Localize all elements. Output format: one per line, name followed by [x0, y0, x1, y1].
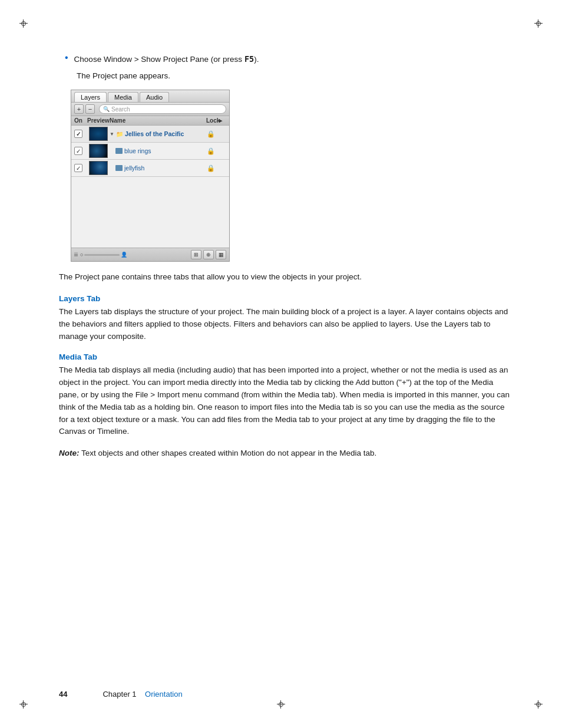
table-row[interactable]: ▼ 📁 Jellies of the Pacific 🔒: [71, 126, 229, 143]
preview-thumbnail-1: [89, 127, 108, 141]
layers-tab-heading: Layers Tab: [59, 294, 515, 303]
size-slider[interactable]: [84, 254, 120, 256]
tab-media-label: Media: [114, 94, 132, 101]
layers-tab-heading-text: Layers Tab: [59, 294, 100, 303]
layers-tab-section: Layers Tab The Layers tab displays the s…: [59, 294, 515, 343]
remove-layer-button[interactable]: −: [85, 104, 95, 114]
page-footer: 44 Chapter 1 Orientation: [0, 690, 562, 699]
note-text: Text objects and other shapes created wi…: [80, 449, 377, 457]
reg-mark-tr: [533, 18, 544, 29]
tab-layers-label: Layers: [81, 94, 100, 101]
note-paragraph: Note: Text objects and other shapes crea…: [59, 447, 515, 460]
row-preview-2: [87, 144, 110, 158]
reg-mark-br: [533, 699, 544, 710]
panel-toolbar: + − 🔍 Search: [71, 103, 229, 116]
col-header-preview: Preview: [87, 117, 110, 124]
row-checkbox-1[interactable]: [74, 130, 87, 138]
lock-icon-1: 🔒: [206, 130, 216, 138]
project-panel: Layers Media Audio + − 🔍 Search: [71, 90, 230, 262]
media-tab-body: The Media tab displays all media (includ…: [59, 364, 515, 439]
bullet-text-after: ).: [254, 55, 259, 64]
shortcut-key: F5: [244, 54, 254, 64]
folder-icon-1: 📁: [116, 131, 123, 137]
chapter-link: Orientation: [145, 690, 183, 699]
panel-tabs: Layers Media Audio: [71, 90, 229, 103]
col-header-name: Name: [110, 117, 206, 124]
search-box[interactable]: 🔍 Search: [99, 104, 226, 114]
lock-icon-3: 🔒: [206, 164, 216, 172]
row-preview-1: [87, 127, 110, 141]
footer-right-controls: ⊞ ⊕ ▦: [191, 250, 226, 259]
row-name-2: blue rings: [110, 147, 206, 154]
media-tab-section: Media Tab The Media tab displays all med…: [59, 353, 515, 439]
media-tab-heading: Media Tab: [59, 353, 515, 361]
footer-chapter: Chapter 1 Orientation: [103, 690, 182, 699]
col-header-lock: Lock: [206, 117, 219, 124]
row-name-text-3: jellyfish: [124, 164, 144, 172]
search-placeholder: Search: [111, 106, 130, 113]
row-name-3: jellyfish: [110, 164, 206, 172]
description-after-screenshot: The Project pane contains three tabs tha…: [59, 271, 515, 284]
bullet-dot: •: [65, 52, 68, 63]
bullet-text: Choose Window > Show Project Pane (or pr…: [74, 53, 259, 65]
checkbox-3[interactable]: [74, 164, 82, 172]
checkbox-2[interactable]: [74, 147, 82, 155]
row-lock-1: 🔒: [206, 130, 219, 138]
row-lock-3: 🔒: [206, 164, 219, 172]
layers-view-button[interactable]: ⊕: [203, 250, 214, 259]
movie-icon-3: [115, 165, 123, 171]
bullet-text-before: Choose Window > Show Project Pane (or pr…: [74, 55, 244, 64]
row-checkbox-2[interactable]: [74, 147, 87, 155]
footer-label: iii: [74, 252, 78, 258]
reg-mark-tl: [18, 18, 29, 29]
screenshot-container: Layers Media Audio + − 🔍 Search: [71, 90, 515, 262]
panel-footer: iii ○ 👤 ⊞ ⊕ ▦: [71, 248, 229, 261]
tab-layers[interactable]: Layers: [74, 92, 107, 102]
row-checkbox-3[interactable]: [74, 164, 87, 172]
search-icon: 🔍: [103, 106, 110, 112]
row-name-content-3: jellyfish: [115, 164, 206, 172]
panel-column-headers: On Preview Name Lock ▸: [71, 116, 229, 126]
col-header-arrow: ▸: [219, 117, 226, 124]
page-number: 44: [59, 690, 67, 699]
filmstrip-view-button[interactable]: ▦: [216, 250, 226, 259]
row-name-text-1: Jellies of the Pacific: [125, 130, 184, 137]
tab-audio-label: Audio: [146, 94, 163, 101]
lock-icon-2: 🔒: [206, 147, 216, 155]
row-name-content-1: ▼ 📁 Jellies of the Pacific: [110, 130, 206, 137]
chapter-label: Chapter 1: [103, 690, 136, 699]
table-row[interactable]: jellyfish 🔒: [71, 160, 229, 177]
movie-icon-2: [115, 148, 123, 154]
row-lock-2: 🔒: [206, 147, 219, 155]
row-name-1: ▼ 📁 Jellies of the Pacific: [110, 130, 206, 137]
footer-left-controls: iii ○ 👤: [74, 252, 127, 258]
col-header-on: On: [74, 117, 87, 124]
preview-thumbnail-2: [89, 144, 108, 158]
project-pane-appears-text: The Project pane appears.: [77, 71, 170, 80]
media-tab-heading-text: Media Tab: [59, 353, 97, 361]
reg-mark-bl: [18, 699, 29, 710]
row-name-text-2: blue rings: [124, 147, 151, 154]
grid-view-button[interactable]: ⊞: [191, 250, 201, 259]
tab-audio[interactable]: Audio: [140, 92, 169, 102]
note-label: Note:: [59, 449, 80, 457]
tab-media[interactable]: Media: [108, 92, 138, 102]
person-icon: 👤: [121, 252, 127, 258]
panel-empty-body: [71, 177, 229, 248]
layers-tab-body: The Layers tab displays the structure of…: [59, 306, 515, 343]
add-layer-button[interactable]: +: [74, 104, 84, 114]
checkbox-1[interactable]: [74, 130, 82, 138]
slider-icon: ○: [80, 252, 83, 258]
page: • Choose Window > Show Project Pane (or …: [0, 0, 562, 728]
triangle-icon-1: ▼: [110, 131, 114, 137]
bullet-item-choose-window: • Choose Window > Show Project Pane (or …: [59, 53, 515, 65]
reg-mark-bottom-center: [275, 699, 287, 710]
row-name-content-2: blue rings: [115, 147, 206, 154]
table-row[interactable]: blue rings 🔒: [71, 143, 229, 160]
row-preview-3: [87, 161, 110, 175]
preview-thumbnail-3: [89, 161, 108, 175]
